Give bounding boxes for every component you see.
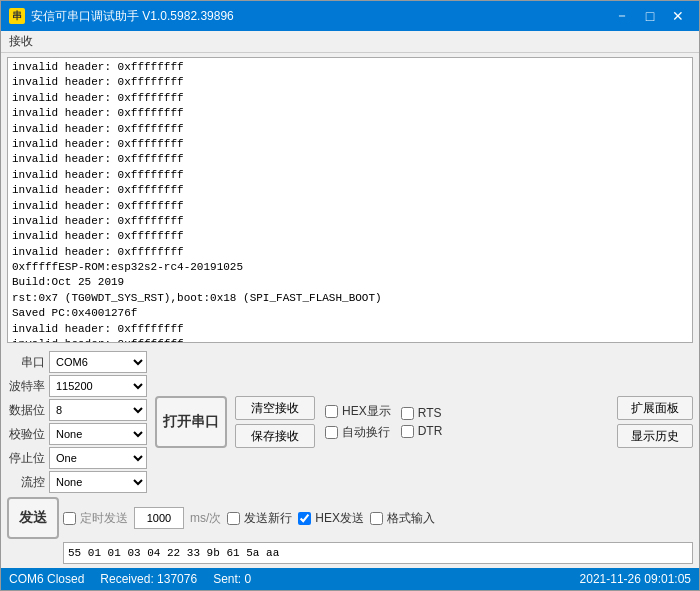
send-input[interactable]	[63, 542, 693, 564]
data-bits-row: 数据位 8	[7, 399, 147, 421]
expand-history-area: 扩展面板 显示历史	[617, 351, 693, 493]
timed-send-row: 定时发送	[63, 510, 128, 527]
send-bottom-row	[63, 542, 693, 564]
data-bits-label: 数据位	[7, 402, 45, 419]
port-settings: 串口 COM6 波特率 115200 数据位 8	[7, 351, 147, 493]
send-button[interactable]: 发送	[7, 497, 59, 539]
clear-save-area: 清空接收 保存接收	[235, 351, 315, 493]
main-window: 串 安信可串口调试助手 V1.0.5982.39896 － □ ✕ 接收 inv…	[0, 0, 700, 591]
auto-newline-row: 自动换行	[325, 424, 391, 441]
send-newline-row: 发送新行	[227, 510, 292, 527]
dtr-row: DTR	[401, 424, 443, 438]
format-input-label: 格式输入	[387, 510, 435, 527]
auto-newline-checkbox[interactable]	[325, 426, 338, 439]
minimize-button[interactable]: －	[609, 6, 635, 26]
data-bits-select[interactable]: 8	[49, 399, 147, 421]
maximize-button[interactable]: □	[637, 6, 663, 26]
controls-row: 串口 COM6 波特率 115200 数据位 8	[7, 351, 693, 493]
flow-control-select[interactable]: None	[49, 471, 147, 493]
stop-bits-select[interactable]: One	[49, 447, 147, 469]
received-label: Received: 137076	[100, 572, 197, 586]
send-newline-checkbox[interactable]	[227, 512, 240, 525]
title-buttons: － □ ✕	[609, 6, 691, 26]
ms-label: ms/次	[190, 510, 221, 527]
receive-section-label: 接收	[1, 31, 699, 53]
port-status: COM6 Closed	[9, 572, 84, 586]
flow-control-row: 流控 None	[7, 471, 147, 493]
hex-send-label: HEX发送	[315, 510, 364, 527]
app-icon: 串	[9, 8, 25, 24]
parity-select[interactable]: None	[49, 423, 147, 445]
send-area-container: 发送 定时发送 ms/次 发送新行 HEX发送	[7, 497, 693, 564]
timed-send-label: 定时发送	[80, 510, 128, 527]
hex-display-checkbox[interactable]	[325, 405, 338, 418]
stop-bits-row: 停止位 One	[7, 447, 147, 469]
hex-send-checkbox[interactable]	[298, 512, 311, 525]
baud-select[interactable]: 115200	[49, 375, 147, 397]
open-serial-button[interactable]: 打开串口	[155, 396, 227, 448]
baud-row: 波特率 115200	[7, 375, 147, 397]
hex-display-row: HEX显示	[325, 403, 391, 420]
send-newline-label: 发送新行	[244, 510, 292, 527]
rts-checkbox[interactable]	[401, 407, 414, 420]
close-button[interactable]: ✕	[665, 6, 691, 26]
receive-area: invalid header: 0xffffffff invalid heade…	[7, 57, 693, 343]
rts-label: RTS	[418, 406, 442, 420]
rts-dtr-area: RTS DTR	[397, 351, 443, 493]
flow-control-label: 流控	[7, 474, 45, 491]
hex-send-row: HEX发送	[298, 510, 364, 527]
datetime: 2021-11-26 09:01:05	[580, 572, 691, 586]
sent-label: Sent: 0	[213, 572, 251, 586]
format-input-row: 格式输入	[370, 510, 435, 527]
send-top-row: 发送 定时发送 ms/次 发送新行 HEX发送	[7, 497, 693, 539]
send-options: 定时发送 ms/次 发送新行 HEX发送 格式输入	[63, 507, 435, 529]
dtr-label: DTR	[418, 424, 443, 438]
port-row: 串口 COM6	[7, 351, 147, 373]
dtr-checkbox[interactable]	[401, 425, 414, 438]
baud-label: 波特率	[7, 378, 45, 395]
interval-input[interactable]	[134, 507, 184, 529]
title-bar-left: 串 安信可串口调试助手 V1.0.5982.39896	[9, 8, 234, 25]
parity-label: 校验位	[7, 426, 45, 443]
show-history-button[interactable]: 显示历史	[617, 424, 693, 448]
clear-receive-button[interactable]: 清空接收	[235, 396, 315, 420]
parity-row: 校验位 None	[7, 423, 147, 445]
port-select[interactable]: COM6	[49, 351, 147, 373]
bottom-panel: 串口 COM6 波特率 115200 数据位 8	[1, 347, 699, 568]
title-bar: 串 安信可串口调试助手 V1.0.5982.39896 － □ ✕	[1, 1, 699, 31]
window-title: 安信可串口调试助手 V1.0.5982.39896	[31, 8, 234, 25]
timed-send-checkbox[interactable]	[63, 512, 76, 525]
hex-display-label: HEX显示	[342, 403, 391, 420]
port-label: 串口	[7, 354, 45, 371]
expand-panel-button[interactable]: 扩展面板	[617, 396, 693, 420]
open-btn-area: 打开串口	[153, 351, 229, 493]
rts-row: RTS	[401, 406, 443, 420]
stop-bits-label: 停止位	[7, 450, 45, 467]
auto-newline-label: 自动换行	[342, 424, 390, 441]
options-area: HEX显示 自动换行	[321, 351, 391, 493]
format-input-checkbox[interactable]	[370, 512, 383, 525]
save-receive-button[interactable]: 保存接收	[235, 424, 315, 448]
status-bar: COM6 Closed Received: 137076 Sent: 0 202…	[1, 568, 699, 590]
